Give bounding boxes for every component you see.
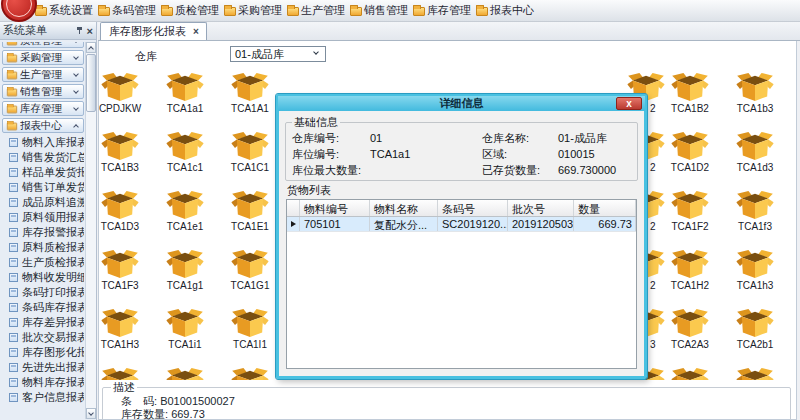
sidebar-group-销售管理[interactable]: 销售管理 [2,84,84,99]
bin-box-TCA1I1[interactable]: TCA1I1 [222,308,278,350]
open-box-icon [736,308,774,338]
sidebar-item-销售订单发货...[interactable]: 销售订单发货... [2,180,84,195]
report-icon [9,303,18,312]
sidebar-group-报表中心[interactable]: 报表中心 [2,118,84,133]
basic-info-groupbox: 基础信息 仓库编号:01仓库名称:01-成品库库位编号:TCA1a1区域:010… [285,115,638,181]
bin-box-TCA1i1[interactable]: TCA1i1 [157,308,213,350]
sidebar-group-生产管理[interactable]: 生产管理 [2,67,84,82]
bin-box-TCA1h3[interactable]: TCA1h3 [727,249,783,291]
open-box-icon [166,131,204,161]
sidebar-item-库存差异报表[interactable]: 库存差异报表 [2,315,84,330]
column-header-条码号[interactable]: 条码号 [438,200,508,216]
column-header-物料编号[interactable]: 物料编号 [300,200,370,216]
menu-item-报表中心[interactable]: 报表中心 [474,3,536,18]
bin-box[interactable] [662,367,718,380]
column-header-数量[interactable]: 数量 [574,200,636,216]
bin-box-TCA1A1[interactable]: TCA1A1 [222,72,278,114]
sidebar-group-label: 销售管理 [20,85,72,99]
menu-item-质检管理[interactable]: 质检管理 [159,3,221,18]
bin-label: TCA1F3 [99,280,148,291]
bin-box-TCA1D3[interactable]: TCA1D3 [99,190,148,232]
sidebar-item-先进先出报表[interactable]: 先进先出报表 [2,360,84,375]
bin-box[interactable] [157,367,213,380]
dialog-titlebar[interactable]: 详细信息 [278,96,645,111]
description-lines: 条 码: B01001500027库存数量: 669.73最大数量: [109,395,790,420]
sidebar-item-原料质检报表[interactable]: 原料质检报表 [2,240,84,255]
description-line: 库存数量: 669.73 [121,408,790,420]
bin-box[interactable] [727,367,783,380]
bin-box-TCA1g1[interactable]: TCA1g1 [157,249,213,291]
menu-item-采购管理[interactable]: 采购管理 [222,3,284,18]
report-icon [9,138,18,147]
bin-box-TCA1a1[interactable]: TCA1a1 [157,72,213,114]
bin-label: TCA1g1 [157,280,213,291]
open-box-icon [166,367,204,380]
sidebar-item-成品原料追溯...[interactable]: 成品原料追溯... [2,195,84,210]
bin-box-TCA2b1[interactable]: TCA2b1 [727,308,783,350]
sidebar-item-物料库存报表[interactable]: 物料库存报表 [2,375,84,390]
scroll-thumb[interactable] [86,54,96,112]
sidebar-group-质检管理[interactable]: 质检管理 [2,42,84,48]
bin-box-CPDJKW[interactable]: CPDJKW [99,72,148,114]
bin-box-TCA1G1[interactable]: TCA1G1 [222,249,278,291]
sidebar-item-库存图形化报表[interactable]: 库存图形化报表 [2,345,84,360]
menu-item-库存管理[interactable]: 库存管理 [411,3,473,18]
sidebar-item-label: 销售发货汇总... [22,150,84,165]
detail-dialog: 详细信息 x 基础信息 仓库编号:01仓库名称:01-成品库库位编号:TCA1a… [276,94,647,379]
bin-box-TCA1c1[interactable]: TCA1c1 [157,131,213,173]
bin-box-TCA1d3[interactable]: TCA1d3 [727,131,783,173]
bin-box-TCA1b3[interactable]: TCA1b3 [727,72,783,114]
sidebar-item-物料收发明细...[interactable]: 物料收发明细... [2,270,84,285]
sidebar-item-物料入库报表[interactable]: 物料入库报表 [2,135,84,150]
open-box-icon [101,308,139,338]
menu-item-生产管理[interactable]: 生产管理 [285,3,347,18]
sidebar-item-客户信息报表[interactable]: 客户信息报表 [2,390,84,405]
warehouse-selected-value: 01-成品库 [235,47,284,62]
sidebar-item-条码打印报表[interactable]: 条码打印报表 [2,285,84,300]
scroll-up-icon[interactable] [86,42,96,53]
sidebar-item-样品单发货报表[interactable]: 样品单发货报表 [2,165,84,180]
sidebar-item-条码库存报表[interactable]: 条码库存报表 [2,300,84,315]
table-row[interactable]: 705101复配水分...SC2019120...2019120503669.7… [287,217,636,232]
menu-item-条码管理[interactable]: 条码管理 [96,3,158,18]
sidebar-close-icon[interactable]: × [87,26,93,36]
open-box-icon [231,308,269,338]
sidebar-item-销售发货汇总...[interactable]: 销售发货汇总... [2,150,84,165]
sidebar-item-生产质检报表[interactable]: 生产质检报表 [2,255,84,270]
open-box-icon [166,308,204,338]
warehouse-select[interactable]: 01-成品库 [230,46,326,62]
bin-box-TCA1B3[interactable]: TCA1B3 [99,131,148,173]
bin-box[interactable] [222,367,278,380]
bin-box-TCA1H3[interactable]: TCA1H3 [99,308,148,350]
pin-icon[interactable] [75,26,85,36]
sidebar-item-批次交易报表[interactable]: 批次交易报表 [2,330,84,345]
bin-box-TCA1E1[interactable]: TCA1E1 [222,190,278,232]
folder-icon [413,7,425,16]
menu-item-系统设置[interactable]: 系统设置 [33,3,95,18]
sidebar-item-label: 先进先出报表 [22,360,84,375]
description-label: 库存数量: [121,408,171,420]
sidebar-item-库存报警报表[interactable]: 库存报警报表 [2,225,84,240]
sidebar-group-库存管理[interactable]: 库存管理 [2,101,84,116]
bin-box-TCA1F3[interactable]: TCA1F3 [99,249,148,291]
column-header-批次号[interactable]: 批次号 [508,200,574,216]
sidebar-group-采购管理[interactable]: 采购管理 [2,50,84,65]
bin-box-TCA1f3[interactable]: TCA1f3 [727,190,783,232]
scroll-down-icon[interactable] [86,408,96,419]
chevron-down-icon [73,54,79,60]
menu-item-label: 库存管理 [427,3,471,18]
sidebar-item-原料领用报表[interactable]: 原料领用报表 [2,210,84,225]
dialog-close-button[interactable]: x [616,97,642,110]
bin-box[interactable] [99,367,148,380]
bin-box-TCA1e1[interactable]: TCA1e1 [157,190,213,232]
menu-item-销售管理[interactable]: 销售管理 [348,3,410,18]
tab-inventory-graphic-report[interactable]: 库存图形化报表 × [100,22,207,40]
goods-table: 物料编号物料名称条码号批次号数量 705101复配水分...SC2019120.… [286,199,637,369]
tab-close-icon[interactable]: × [193,26,199,37]
bin-label: TCA1e1 [157,221,213,232]
column-header-物料名称[interactable]: 物料名称 [370,200,438,216]
menu-item-label: 质检管理 [175,3,219,18]
bin-label: TCA1C1 [222,162,278,173]
sidebar-scrollbar[interactable] [85,42,96,419]
bin-box-TCA1C1[interactable]: TCA1C1 [222,131,278,173]
